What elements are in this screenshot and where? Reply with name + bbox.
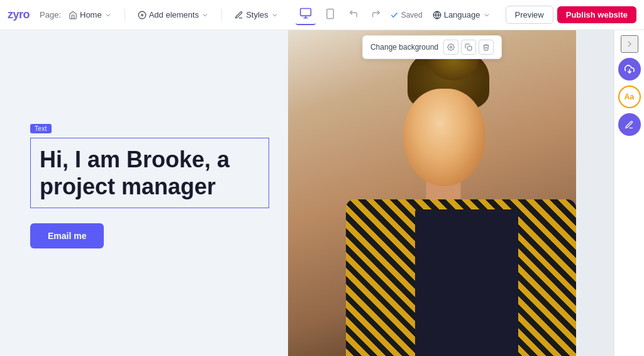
check-icon [390, 11, 399, 19]
home-page-btn[interactable]: Home [64, 8, 117, 22]
chevron-down-icon [104, 11, 112, 19]
delete-icon-btn[interactable] [479, 40, 494, 55]
site-left: Text Hi, I am Brooke, a project manager … [0, 30, 288, 356]
duplicate-icon-btn[interactable] [461, 40, 476, 55]
mobile-icon [325, 8, 336, 19]
right-sidebar: Aa [614, 30, 644, 356]
edit-btn[interactable] [618, 113, 641, 136]
topbar-right: Preview Publish website [506, 6, 637, 24]
site-preview: Text Hi, I am Brooke, a project manager … [0, 30, 576, 356]
home-icon [69, 11, 77, 19]
topbar: zyro Page: Home Add elements Styles [0, 0, 644, 30]
font-icon-label: Aa [625, 92, 634, 101]
topbar-center: Saved Language [296, 4, 496, 25]
gear-icon [447, 43, 455, 51]
svg-rect-11 [468, 47, 472, 51]
brush-icon [235, 11, 243, 19]
divider-2 [221, 9, 222, 21]
redo-icon [371, 9, 381, 19]
styles-btn[interactable]: Styles [230, 8, 283, 22]
face-shape [404, 89, 486, 186]
undo-icon [348, 9, 358, 19]
expand-sidebar-btn[interactable] [621, 35, 638, 53]
shirt-shape [415, 209, 519, 356]
change-bg-label: Change background [370, 43, 438, 52]
trash-icon [482, 43, 490, 51]
duplicate-icon [465, 43, 472, 51]
undo-btn[interactable] [345, 6, 362, 23]
page-label: Page: [40, 10, 61, 19]
main-area: Text Hi, I am Brooke, a project manager … [0, 30, 644, 356]
globe-icon [433, 11, 441, 19]
settings-icon-btn[interactable] [443, 40, 458, 55]
publish-btn[interactable]: Publish website [557, 6, 636, 23]
add-elements-btn[interactable]: Add elements [133, 8, 214, 22]
email-cta-btn[interactable]: Email me [30, 223, 104, 248]
svg-rect-6 [326, 9, 333, 19]
divider-1 [125, 9, 125, 21]
download-icon [625, 64, 635, 74]
change-bg-tooltip: Change background [362, 35, 502, 59]
canvas[interactable]: Text Hi, I am Brooke, a project manager … [0, 30, 614, 356]
mobile-view-btn[interactable] [321, 6, 340, 24]
chevron-down-icon-3 [271, 11, 279, 19]
desktop-view-btn[interactable] [296, 4, 316, 25]
page-section: Page: Home [40, 8, 117, 22]
site-right: Change background [288, 30, 576, 356]
monitor-icon [299, 7, 312, 19]
language-btn[interactable]: Language [428, 8, 496, 22]
preview-btn[interactable]: Preview [506, 6, 553, 24]
text-element-wrapper: Text Hi, I am Brooke, a project manager [30, 138, 258, 208]
chevron-right-icon [625, 39, 635, 49]
font-settings-btn[interactable]: Aa [618, 86, 641, 108]
plus-icon [138, 11, 147, 19]
pencil-icon [625, 120, 634, 130]
tooltip-icon-group [443, 40, 494, 55]
download-icon-btn[interactable] [618, 58, 641, 81]
chevron-down-icon-2 [201, 11, 209, 19]
saved-badge: Saved [390, 11, 423, 19]
text-badge: Text [30, 124, 52, 133]
svg-rect-3 [300, 9, 311, 16]
heading-text[interactable]: Hi, I am Brooke, a project manager [30, 138, 269, 208]
logo: zyro [8, 8, 30, 21]
redo-btn[interactable] [367, 6, 385, 23]
svg-point-10 [450, 47, 452, 48]
chevron-down-icon-4 [483, 11, 491, 19]
